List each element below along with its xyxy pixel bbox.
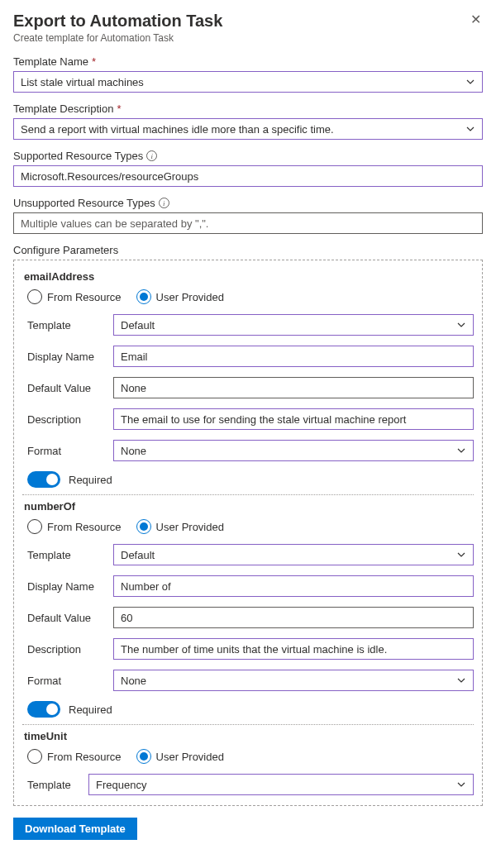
format-label: Format <box>22 445 113 457</box>
defaultvalue-label: Default Value <box>22 612 113 624</box>
supported-input[interactable]: Microsoft.Resources/resourceGroups <box>13 165 483 187</box>
emailaddress-required-toggle[interactable] <box>27 471 60 488</box>
close-icon[interactable]: ✕ <box>469 12 483 28</box>
template-label: Template <box>22 549 113 561</box>
unsupported-label: Unsupported Resource Types i <box>13 197 483 209</box>
parameters-container: emailAddress From Resource User Provided… <box>13 260 483 806</box>
radio-user-provided[interactable]: User Provided <box>136 519 224 534</box>
info-icon[interactable]: i <box>159 198 169 208</box>
template-description-label: Template Description* <box>13 103 483 115</box>
param-name-timeunit: timeUnit <box>24 730 474 742</box>
chevron-down-icon <box>456 446 466 455</box>
emailaddress-displayname-input[interactable]: Email <box>113 346 474 367</box>
template-label: Template <box>22 779 88 791</box>
info-icon[interactable]: i <box>146 150 157 161</box>
radio-user-provided[interactable]: User Provided <box>136 749 224 764</box>
emailaddress-format-select[interactable]: None <box>113 440 474 461</box>
numberof-defaultvalue-input[interactable]: 60 <box>113 607 474 628</box>
emailaddress-description-input[interactable]: The email to use for sending the stale v… <box>113 408 474 430</box>
format-label: Format <box>22 675 113 687</box>
description-label: Description <box>22 643 113 656</box>
numberof-description-input[interactable]: The number of time units that the virtua… <box>113 638 474 660</box>
numberof-template-select[interactable]: Default <box>113 544 474 565</box>
template-label: Template <box>22 319 113 331</box>
chevron-down-icon <box>465 124 475 134</box>
emailaddress-defaultvalue-input[interactable]: None <box>113 377 474 398</box>
supported-label: Supported Resource Types i <box>13 150 483 162</box>
displayname-label: Display Name <box>22 580 113 593</box>
param-name-emailaddress: emailAddress <box>24 270 474 283</box>
panel-title: Export to Automation Task <box>13 12 222 31</box>
defaultvalue-label: Default Value <box>22 382 113 394</box>
chevron-down-icon <box>465 77 475 87</box>
emailaddress-template-select[interactable]: Default <box>113 314 474 336</box>
template-description-input[interactable]: Send a report with virtual machines idle… <box>13 118 483 140</box>
panel-subtitle: Create template for Automation Task <box>13 32 222 44</box>
chevron-down-icon <box>456 780 466 789</box>
download-template-button[interactable]: Download Template <box>13 818 137 840</box>
displayname-label: Display Name <box>22 351 113 363</box>
template-name-label: Template Name* <box>13 55 483 68</box>
radio-user-provided[interactable]: User Provided <box>136 289 224 304</box>
required-label: Required <box>69 474 112 486</box>
numberof-required-toggle[interactable] <box>27 701 60 718</box>
numberof-format-select[interactable]: None <box>113 670 474 691</box>
required-label: Required <box>69 703 112 716</box>
configure-parameters-label: Configure Parameters <box>13 244 483 256</box>
description-label: Description <box>22 413 113 426</box>
timeunit-template-select[interactable]: Frequency <box>88 774 474 795</box>
radio-from-resource[interactable]: From Resource <box>27 519 122 534</box>
chevron-down-icon <box>456 675 466 685</box>
unsupported-input[interactable]: Multiple values can be separated by ",". <box>13 212 483 234</box>
param-name-numberof: numberOf <box>24 500 474 513</box>
radio-from-resource[interactable]: From Resource <box>27 289 122 304</box>
chevron-down-icon <box>456 550 466 560</box>
numberof-displayname-input[interactable]: Number of <box>113 575 474 597</box>
template-name-input[interactable]: List stale virtual machines <box>13 71 483 93</box>
radio-from-resource[interactable]: From Resource <box>27 749 122 764</box>
chevron-down-icon <box>456 320 466 330</box>
